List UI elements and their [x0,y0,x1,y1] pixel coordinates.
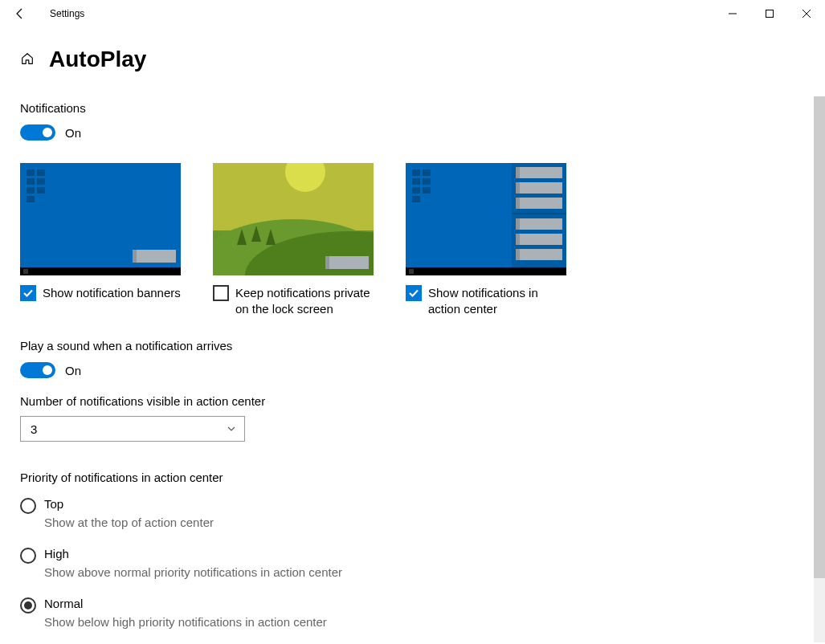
preview-banners-image [20,163,181,275]
notifications-toggle[interactable] [20,124,55,141]
sound-toggle-state: On [65,364,81,377]
radio-top-desc: Show at the top of action center [44,516,214,529]
toggle-knob [43,128,52,137]
page-header: AutoPlay [0,27,825,72]
radio-normal-label: Normal [44,597,327,610]
maximize-button[interactable] [751,0,788,27]
preview-lock: Keep notifications private on the lock s… [213,163,374,316]
arrow-left-icon [14,7,27,20]
visible-count-value: 3 [31,422,37,436]
check-icon [408,287,419,299]
radio-high-desc: Show above normal priority notifications… [44,565,342,579]
checkbox-banners-label: Show notification banners [43,285,181,301]
radio-high-label: High [44,547,342,560]
preview-lock-image [213,163,374,275]
titlebar: Settings [0,0,825,27]
visible-count-dropdown[interactable]: 3 [20,416,245,442]
home-icon[interactable] [20,51,35,68]
checkbox-action-center-row[interactable]: Show notifications in action center [406,285,566,316]
content-area: Notifications On [0,72,825,634]
notifications-toggle-state: On [65,126,81,140]
checkbox-lock-row[interactable]: Keep notifications private on the lock s… [213,285,374,316]
preview-action-center: Show notifications in action center [406,163,566,316]
preview-banners: Show notification banners [20,163,181,316]
window-title: Settings [50,8,84,19]
visible-count-label: Number of notifications visible in actio… [20,394,805,408]
notifications-label: Notifications [20,101,805,115]
check-icon [22,287,34,299]
radio-top[interactable]: Top Show at the top of action center [20,497,805,529]
minimize-button[interactable] [714,0,751,27]
toggle-knob [43,365,52,375]
checkbox-banners-row[interactable]: Show notification banners [20,285,181,301]
window-controls [714,0,825,27]
sound-toggle-row: On [20,362,805,378]
close-button[interactable] [788,0,825,27]
sound-toggle[interactable] [20,362,55,378]
checkbox-action-center[interactable] [406,285,422,301]
back-button[interactable] [0,0,40,27]
sound-label: Play a sound when a notification arrives [20,339,805,353]
radio-normal[interactable]: Normal Show below high priority notifica… [20,597,805,629]
radio-top-label: Top [44,497,214,511]
notifications-toggle-row: On [20,124,805,141]
checkbox-banners[interactable] [20,285,36,301]
checkbox-lock[interactable] [213,285,229,301]
checkbox-lock-label: Keep notifications private on the lock s… [235,285,374,316]
radio-normal-desc: Show below high priority notifications i… [44,615,327,629]
scrollbar-thumb[interactable] [814,96,825,578]
maximize-icon [766,10,774,18]
radio-top-control[interactable] [20,498,36,514]
chevron-down-icon [227,424,236,434]
preview-action-center-image [406,163,566,275]
scrollbar[interactable] [814,96,825,642]
radio-high-control[interactable] [20,548,36,564]
page-title: AutoPlay [49,47,146,72]
close-icon [803,10,811,18]
checkbox-action-center-label: Show notifications in action center [428,285,566,316]
minimize-icon [729,10,737,18]
svg-rect-1 [766,10,774,18]
priority-label: Priority of notifications in action cent… [20,471,805,484]
radio-high[interactable]: High Show above normal priority notifica… [20,547,805,579]
radio-normal-control[interactable] [20,597,36,613]
preview-row: Show notification banners [20,163,805,316]
